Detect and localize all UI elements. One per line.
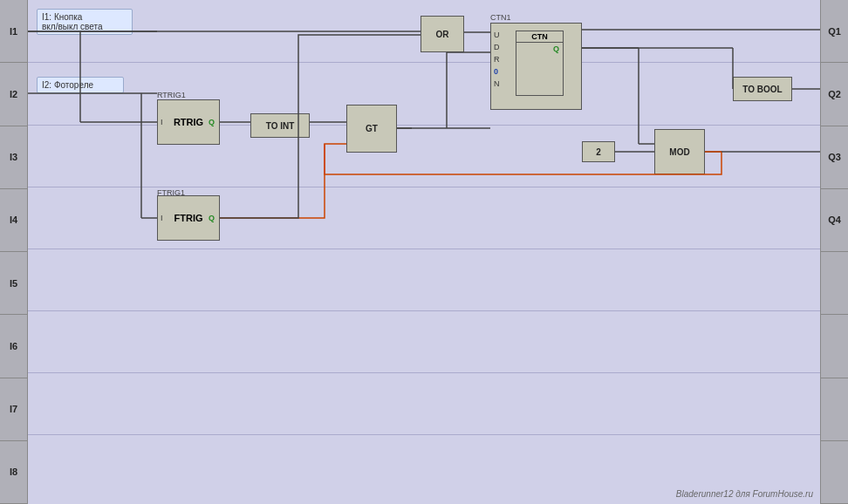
- right-rail-q1: Q1: [821, 0, 848, 63]
- h-line-5: [28, 310, 820, 311]
- ctn-inner-block[interactable]: CTN Q: [516, 31, 564, 96]
- left-rail-i7: I7: [0, 378, 27, 441]
- ctn-inner-q-row: Q: [516, 43, 563, 55]
- diagram-canvas: I1: Кнопкавкл/выкл света I2: Фотореле RT…: [28, 0, 820, 504]
- left-rail-i8: I8: [0, 441, 27, 504]
- to-int-block[interactable]: TO INT: [250, 113, 310, 138]
- rtrig1-label: RTRIG1: [157, 89, 186, 99]
- gt-block[interactable]: GT: [346, 105, 397, 153]
- h-line-3: [28, 187, 820, 187]
- left-rail-i4: I4: [0, 189, 27, 252]
- right-rail-q3: Q3: [821, 126, 848, 189]
- h-line-2: [28, 125, 820, 126]
- right-rail-7: [821, 378, 848, 441]
- ctn1-d-label: D: [494, 43, 500, 51]
- h-line-7: [28, 434, 820, 435]
- right-rail-q4: Q4: [821, 189, 848, 252]
- comment-i2: I2: Фотореле: [37, 77, 124, 93]
- right-rail-5: [821, 252, 848, 315]
- ctn1-outer-block[interactable]: U D R 0 N CTN Q: [490, 23, 582, 110]
- ctn-inner-title: CTN: [516, 31, 563, 43]
- left-rail-i2: I2: [0, 63, 27, 126]
- ctn1-n-label: N: [494, 79, 500, 88]
- h-line-1: [28, 62, 820, 63]
- ctn1-r-label: R: [494, 55, 500, 64]
- h-line-6: [28, 372, 820, 373]
- right-rail-8: [821, 441, 848, 504]
- mod-block[interactable]: MOD: [654, 129, 705, 174]
- left-rail-i5: I5: [0, 252, 27, 315]
- ctn1-u-label: U: [494, 31, 500, 39]
- rtrig1-block[interactable]: I RTRIG Q: [157, 99, 220, 145]
- left-rail-i6: I6: [0, 315, 27, 378]
- left-rail: I1 I2 I3 I4 I5 I6 I7 I8: [0, 0, 28, 504]
- to-bool-block[interactable]: TO BOOL: [733, 77, 792, 101]
- ctn1-label: CTN1: [490, 13, 511, 22]
- main-container: I1 I2 I3 I4 I5 I6 I7 I8 I1: Кнопкавкл/вы…: [0, 0, 848, 504]
- right-rail: Q1 Q2 Q3 Q4: [820, 0, 848, 504]
- right-rail-q2: Q2: [821, 63, 848, 126]
- comment-i1: I1: Кнопкавкл/выкл света: [37, 9, 133, 35]
- watermark: Bladerunner12 для ForumHouse.ru: [676, 489, 813, 499]
- left-rail-i3: I3: [0, 126, 27, 189]
- ctn1-0-label: 0: [494, 67, 498, 76]
- or-block[interactable]: OR: [421, 16, 464, 52]
- right-rail-6: [821, 315, 848, 378]
- val2-block[interactable]: 2: [582, 141, 615, 162]
- h-line-4: [28, 249, 820, 249]
- ftrig1-block[interactable]: I FTRIG Q: [157, 195, 220, 241]
- wires-svg: [28, 0, 820, 504]
- left-rail-i1: I1: [0, 0, 27, 63]
